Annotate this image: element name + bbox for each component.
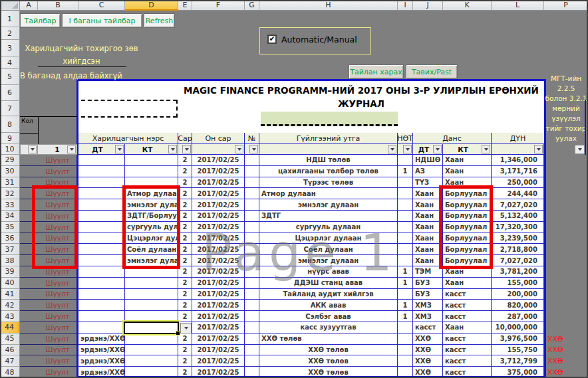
row-header-10[interactable]: 10 [0,144,20,155]
column-header-G[interactable]: G [245,0,259,11]
filter-dropdown-4[interactable] [235,145,243,153]
cell-account-kt[interactable]: касст [443,367,492,378]
cell-month[interactable]: 2 [178,244,192,255]
cell-a[interactable] [20,367,38,377]
cell-account-dt[interactable]: ХХӨ [413,367,443,378]
cell-date[interactable]: 2017/02/25 [192,311,245,322]
cell-partner-c[interactable] [78,211,125,222]
filter-dropdown-7[interactable] [403,145,412,153]
filter-dropdown-b[interactable] [67,145,76,153]
cell-vat[interactable] [398,199,413,211]
cell-vat[interactable] [398,222,413,233]
row-header-4[interactable]: 4 [0,56,20,69]
cell-date[interactable]: 2017/02/25 [192,289,245,300]
row-header-47[interactable]: 47 [0,355,20,367]
filter-dropdown-8[interactable] [433,145,442,153]
cell-amount[interactable]: 1,346,000 [492,155,544,166]
cell-account-kt[interactable]: касст [443,345,492,356]
cell-month[interactable]: 2 [178,278,192,289]
cell-partner-c[interactable] [78,278,125,289]
cell-amount[interactable]: 2,718,800 [492,244,544,255]
cell-account-kt[interactable]: касст [443,300,492,311]
cell-amount[interactable]: 10,000,000 [492,322,544,333]
row-header-34[interactable]: 34 [0,211,20,222]
cell-partner-d[interactable] [125,289,178,300]
filter-dropdown-6[interactable] [388,145,396,153]
column-header-P[interactable]: P [544,0,588,11]
row-header-6[interactable]: 6 [0,85,20,101]
cell-description[interactable]: ХХӨ төлөв [259,333,398,345]
cell-description[interactable]: Сэлбэг авав [259,311,398,322]
cell-a[interactable] [20,289,38,300]
filter-cell-1[interactable]: ДТ [78,144,125,155]
cell-description[interactable]: цахилгааны төлбөр төлөв [259,166,398,177]
row-header-39[interactable]: 39 [0,266,20,278]
filter-cell-3[interactable] [178,144,192,155]
cell-partner-c[interactable] [78,222,125,233]
cell-no[interactable] [245,188,259,199]
cell-account-dt[interactable]: ХМЗ [413,300,443,311]
cell-a[interactable] [20,155,38,165]
cell-no[interactable] [245,166,259,177]
cell-no[interactable] [245,345,259,356]
cell-a[interactable] [20,300,38,310]
column-header-E[interactable]: E [178,0,192,11]
cell-month[interactable]: 2 [178,355,192,367]
cell-account-dt[interactable]: ХХӨ [413,355,443,367]
cell-vat[interactable] [398,188,413,199]
cell-amount[interactable]: 155,000 [492,278,544,289]
row-header-32[interactable]: 32 [0,188,20,199]
filter-cell-7[interactable] [398,144,413,155]
cell-vat[interactable]: 1 [398,311,413,322]
cell-a[interactable] [20,355,38,366]
tailbar-button[interactable]: Тайлбар [20,13,61,28]
cell-account-kt[interactable]: касст [443,289,492,300]
cell-date[interactable]: 2017/02/25 [192,177,245,189]
cell-description[interactable]: эмнэлэг дулаан [259,199,398,211]
filter-dropdown-2[interactable] [168,145,177,153]
cell-partner-c[interactable] [78,322,125,333]
cell-month[interactable]: 2 [178,211,192,222]
cell-a[interactable] [20,166,38,177]
cell-partner-d[interactable] [125,333,178,345]
automatic-manual-checkbox[interactable]: ✔ [267,35,277,44]
cell-account-dt[interactable]: АЗ [413,166,443,177]
cell-account-dt[interactable]: ХХӨ [413,345,443,356]
column-header-C[interactable]: C [78,0,125,11]
cell-date[interactable]: 2017/02/25 [192,211,245,222]
cell-date[interactable]: 2017/02/25 [192,188,245,199]
cell-filter[interactable]: Шүүлт [38,166,77,177]
row-header-33[interactable]: 33 [0,199,20,211]
cell-partner-d[interactable] [125,155,178,166]
cell-vat[interactable] [398,177,413,189]
cell-month[interactable]: 2 [178,233,192,244]
cell-vat[interactable] [398,355,413,367]
filter-cell-a[interactable] [20,144,38,155]
cell-vat[interactable] [398,155,413,166]
row-header-38[interactable]: 38 [0,255,20,266]
cell-date[interactable]: 2017/02/25 [192,166,245,177]
cell-partner-d[interactable] [125,311,178,322]
filter-cell-6[interactable] [259,144,398,155]
cell-partner-d[interactable] [125,367,178,378]
filter-dropdown-p[interactable] [575,145,585,154]
cell-partner-c[interactable] [78,300,125,311]
cell-vat[interactable] [398,367,413,378]
row-header-48[interactable]: 48 [0,367,20,378]
cell-a[interactable] [20,322,38,333]
cell-amount[interactable]: 17,320,300 [492,222,544,233]
column-header-L[interactable]: L [492,0,544,11]
cell-filter[interactable]: Шүүлт [38,322,77,333]
row-header-7[interactable]: 7 [0,101,20,116]
cell-description[interactable]: АКК авав [259,300,398,311]
cell-no[interactable] [245,367,259,378]
cell-vat[interactable] [398,345,413,356]
cell-month[interactable]: 2 [178,199,192,211]
cell-partner-c[interactable] [78,188,125,199]
i-column-tailbar-button[interactable]: I баганы тайлбар [62,13,142,28]
row-header-40[interactable]: 40 [0,278,20,289]
cell-filter[interactable]: Шүүлт [38,300,77,310]
filter-cell-9[interactable]: КТ [443,144,492,155]
cell-amount[interactable]: 820,000 [492,300,544,311]
cell-partner-c[interactable] [78,166,125,177]
